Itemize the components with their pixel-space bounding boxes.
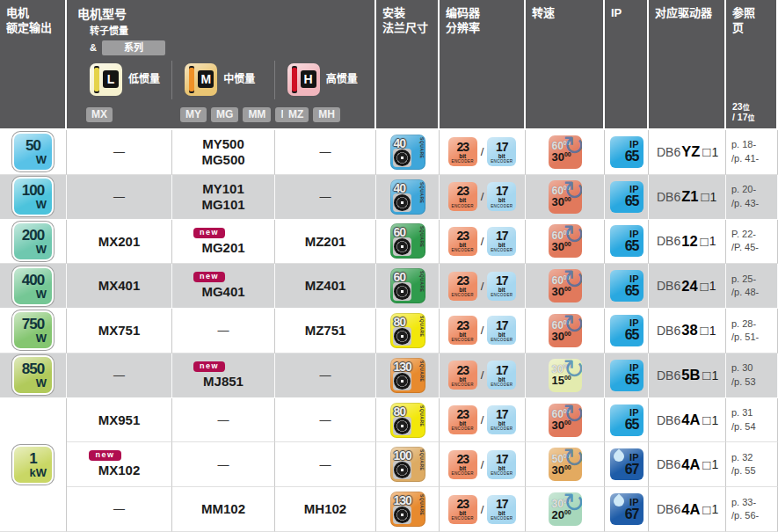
flange-80-icon: 80SQUARE <box>390 403 425 438</box>
flange-cell: 130SQUARE <box>376 487 440 532</box>
inertia-letter: M <box>198 70 214 88</box>
power-cell: 400W <box>0 264 67 309</box>
power-badge-1kw: 1kW <box>12 445 54 485</box>
flange-cell: 40SQUARE <box>376 130 440 175</box>
speed-cell: 6000 3000 ↻ <box>526 130 605 175</box>
flange-40-icon: 40SQUARE <box>390 135 425 170</box>
flange-60-icon: 60SQUARE <box>390 268 425 303</box>
header-page: 参照页 23位 / 17位 <box>726 0 778 130</box>
encoder-cell: 23bitENCODER / 17bitENCODER <box>440 264 526 309</box>
new-badge: new <box>89 450 120 461</box>
model-cell: — <box>67 353 172 398</box>
ip65-icon: IP65 <box>610 360 643 391</box>
series-my: MY <box>180 107 207 123</box>
encoder-cell: 23bitENCODER / 17bitENCODER <box>440 353 526 398</box>
power-badge-50w: 50W <box>12 132 54 171</box>
power-badge-850w: 850W <box>12 355 54 395</box>
motor-face-icon <box>393 149 411 167</box>
inertia-bar <box>292 68 297 91</box>
model-cell: new MG401 <box>172 264 275 309</box>
water-drop-icon <box>611 494 626 509</box>
header-rotor-inertia: 转子惯量 <box>90 25 374 37</box>
encoder-17bit-icon: 17bitENCODER <box>487 450 516 479</box>
model-cell: — <box>275 353 376 398</box>
encoder-17bit-icon: 17bitENCODER <box>487 405 516 434</box>
flange-cell: 130SQUARE <box>376 353 440 398</box>
rotation-arrow-icon: ↻ <box>563 135 581 159</box>
motor-face-icon <box>393 372 411 390</box>
page-ref-cell: p. 18-/p. 41- <box>726 130 778 175</box>
low-inertia-icon: L <box>90 63 122 96</box>
header-ip: IP <box>605 0 649 130</box>
series-badge: 系列 <box>102 40 165 55</box>
model-cell: — <box>172 398 275 443</box>
series-mz: MZ <box>283 107 309 123</box>
encoder-17bit-icon: 17bitENCODER <box>487 182 516 211</box>
encoder-cell: 23bitENCODER / 17bitENCODER <box>440 220 526 265</box>
model-cell: new MG201 <box>172 220 275 265</box>
speed-cell: 5000 3000 ↻ <box>526 442 605 487</box>
model-cell: MX951 <box>67 398 172 443</box>
encoder-17bit-icon: 17bitENCODER <box>487 361 516 390</box>
speed-icon: 6000 3000 ↻ <box>549 180 582 214</box>
model-cell: — <box>172 442 275 487</box>
motor-face-icon <box>393 327 411 346</box>
flange-80-icon: 80SQUARE <box>390 313 425 348</box>
new-badge: new <box>193 361 225 372</box>
inertia-letter: L <box>103 70 119 88</box>
model-cell: — <box>275 130 376 175</box>
page-ref-cell: p. 33-/p. 56- <box>726 487 778 532</box>
header-rated-output-line1: 电机 <box>6 6 59 21</box>
rotation-arrow-icon: ↻ <box>563 314 581 338</box>
page-ref-cell: P. 22-/P. 45- <box>726 220 778 265</box>
inertia-letter: H <box>301 70 316 88</box>
model-cell: MZ201 <box>275 220 376 265</box>
model-cell: — <box>275 442 376 487</box>
speed-cell: 6000 3000 ↻ <box>526 398 605 443</box>
rotation-arrow-icon: ↻ <box>563 492 581 516</box>
encoder-23bit-icon: 23bitENCODER <box>448 316 477 345</box>
high-inertia-label: 高惯量 <box>326 73 358 87</box>
encoder-23bit-icon: 23bitENCODER <box>448 495 477 524</box>
power-cell-1kw: 1kW <box>0 398 67 532</box>
model-cell: MY101MG101 <box>172 175 275 220</box>
flange-cell: 100SQUARE <box>376 442 440 487</box>
encoder-23bit-icon: 23bitENCODER <box>448 227 477 256</box>
encoder-17bit-icon: 17bitENCODER <box>487 137 516 166</box>
header-speed: 转速 <box>526 0 605 130</box>
model-cell: — <box>275 175 376 220</box>
header-motor-model: 电机型号 转子惯量 & 系列 L 低惯量 M 中惯量 <box>67 0 376 130</box>
model-cell: new MX102 <box>67 442 172 487</box>
flange-100-icon: 100SQUARE <box>390 447 425 482</box>
motor-face-icon <box>393 282 411 301</box>
power-cell: 850W <box>0 353 67 398</box>
new-badge: new <box>193 272 225 282</box>
driver-cell: DB612□1 <box>649 220 726 265</box>
rotation-arrow-icon: ↻ <box>563 404 581 427</box>
power-badge-100w: 100W <box>12 177 54 216</box>
encoder-23bit-icon: 23bitENCODER <box>448 182 477 211</box>
header-model-title: 电机型号 <box>77 6 374 22</box>
driver-cell: DB64A□1 <box>649 398 726 443</box>
flange-60-icon: 60SQUARE <box>390 223 425 259</box>
inertia-group-mid: M 中惯量 <box>171 61 273 99</box>
encoder-17bit-icon: 17bitENCODER <box>487 495 516 524</box>
driver-cell: DB64A□1 <box>649 487 726 532</box>
power-cell: 200W <box>0 220 67 265</box>
series-mh: MH <box>313 107 340 123</box>
ip65-icon: IP65 <box>610 225 643 257</box>
flange-cell: 60SQUARE <box>376 264 440 309</box>
driver-cell: DB65B□1 <box>649 353 726 398</box>
motor-selection-table: 电机 额定输出 电机型号 转子惯量 & 系列 L 低惯量 M 中惯量 <box>0 0 778 532</box>
driver-cell: DB624□1 <box>649 264 726 309</box>
encoder-cell: 23bitENCODER / 17bitENCODER <box>440 130 526 175</box>
rotation-arrow-icon: ↻ <box>563 224 581 248</box>
ip-cell: IP65 <box>605 398 649 443</box>
flange-cell: 80SQUARE <box>376 398 440 443</box>
flange-40-icon: 40SQUARE <box>390 179 425 215</box>
speed-icon: 6000 3000 ↻ <box>549 224 582 258</box>
speed-cell: 6000 3000 ↻ <box>526 175 605 220</box>
model-cell: — <box>67 487 172 532</box>
speed-icon: 6000 3000 ↻ <box>549 135 582 169</box>
model-cell: MZ401 <box>275 264 376 309</box>
